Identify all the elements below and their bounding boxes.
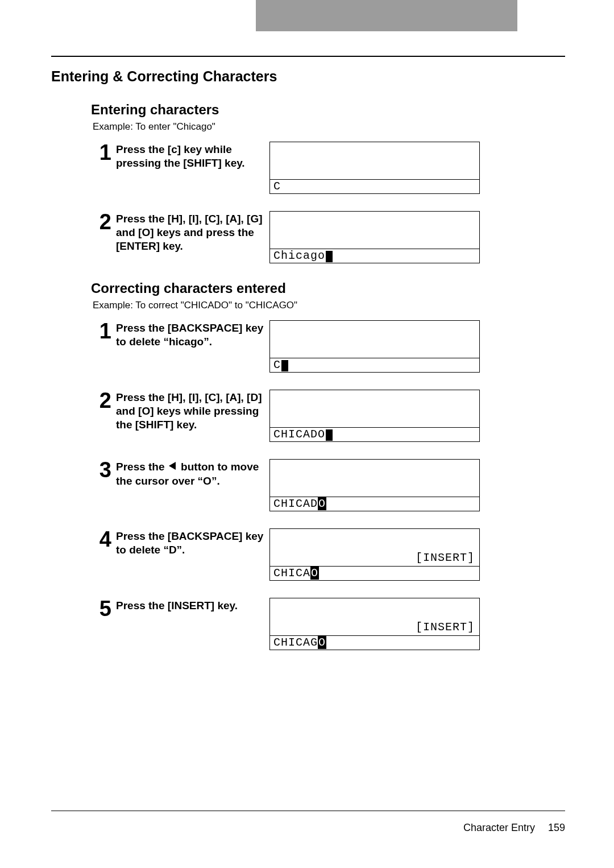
step-number: 1	[83, 320, 116, 342]
highlight-char: O	[310, 567, 319, 580]
display-rule	[270, 358, 479, 358]
step-row: 3 Press the button to move the cursor ov…	[51, 459, 569, 511]
display-right-label: [INSERT]	[416, 551, 475, 564]
step-row: 4 Press the [BACKSPACE] key to delete “D…	[51, 528, 569, 581]
display-pre: CHICA	[273, 567, 310, 580]
footer-label: Character Entry	[463, 822, 535, 833]
page: Entering & Correcting Characters Enterin…	[0, 0, 614, 868]
step-instruction: Press the [BACKSPACE] key to delete “D”.	[116, 528, 264, 557]
step-number: 1	[83, 142, 116, 163]
display-text: CHICADO	[273, 497, 326, 510]
footer: Character Entry 159	[463, 822, 565, 834]
lcd-display: C	[269, 320, 480, 373]
step-number: 3	[83, 459, 116, 481]
entering-heading: Entering characters	[91, 102, 569, 118]
step-instruction: Press the [c] key while pressing the [SH…	[116, 142, 264, 170]
cursor-block-icon	[326, 251, 333, 262]
step-number: 2	[83, 390, 116, 411]
display-text: CHICAGO	[273, 636, 326, 649]
highlight-char: O	[318, 497, 326, 510]
step-row: 2 Press the [H], [I], [C], [A], [G] and …	[51, 211, 569, 263]
content: Entering & Correcting Characters Enterin…	[51, 63, 569, 667]
step-number: 2	[83, 211, 116, 233]
step-number: 5	[83, 598, 116, 619]
display-rule	[270, 179, 479, 180]
step-instruction: Press the [H], [I], [C], [A], [G] and [O…	[116, 211, 264, 253]
page-number: 159	[548, 822, 565, 833]
correcting-heading: Correcting characters entered	[91, 280, 569, 296]
section-title: Entering & Correcting Characters	[51, 68, 569, 85]
header-band	[256, 0, 517, 31]
step-number: 4	[83, 528, 116, 550]
entering-example: Example: To enter "Chicago"	[93, 121, 569, 133]
step-instruction: Press the [BACKSPACE] key to delete “hic…	[116, 320, 264, 349]
display-pre: CHICAG	[273, 636, 318, 649]
display-pre: C	[273, 358, 281, 371]
highlight-char: O	[318, 636, 326, 649]
top-rule	[51, 56, 565, 57]
display-right-label: [INSERT]	[416, 621, 475, 634]
display-pre: CHICADO	[273, 428, 325, 441]
step-instruction: Press the [H], [I], [C], [A], [D] and [O…	[116, 390, 264, 431]
display-pre: C	[273, 180, 281, 193]
lcd-display: Chicago	[269, 211, 480, 263]
correcting-example: Example: To correct "CHICADO" to "CHICAG…	[93, 300, 569, 311]
lcd-display: C	[269, 142, 480, 194]
step-row: 1 Press the [BACKSPACE] key to delete “h…	[51, 320, 569, 373]
svg-marker-0	[169, 462, 176, 470]
lcd-display: [INSERT] CHICAGO	[269, 598, 480, 650]
left-arrow-icon	[168, 461, 178, 474]
display-pre: CHICAD	[273, 497, 318, 510]
step-instruction: Press the [INSERT] key.	[116, 598, 264, 613]
cursor-block-icon	[281, 360, 288, 371]
step-instruction: Press the button to move the cursor over…	[116, 459, 264, 488]
display-text: Chicago	[273, 249, 333, 262]
lcd-display: CHICADO	[269, 390, 480, 442]
step-row: 1 Press the [c] key while pressing the […	[51, 142, 569, 194]
display-text: CHICADO	[273, 428, 333, 441]
lcd-display: [INSERT] CHICAO	[269, 528, 480, 581]
step-row: 5 Press the [INSERT] key. [INSERT] CHICA…	[51, 598, 569, 650]
display-text: C	[273, 358, 288, 371]
step-text-pre: Press the	[116, 461, 168, 473]
bottom-rule	[51, 811, 565, 811]
display-pre: Chicago	[273, 249, 325, 262]
cursor-block-icon	[326, 429, 333, 441]
lcd-display: CHICADO	[269, 459, 480, 511]
step-row: 2 Press the [H], [I], [C], [A], [D] and …	[51, 390, 569, 442]
display-text: CHICAO	[273, 567, 319, 580]
display-text: C	[273, 180, 281, 193]
